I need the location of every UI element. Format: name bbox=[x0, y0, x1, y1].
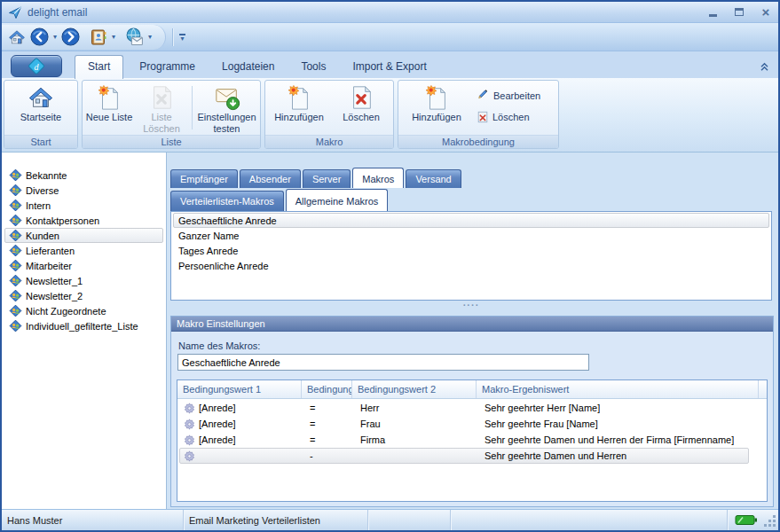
condition-operator: = bbox=[310, 403, 315, 413]
condition-operator: = bbox=[310, 419, 315, 429]
sidebar-item-diverse[interactable]: Diverse bbox=[4, 183, 163, 198]
contacts-menu-caret-icon[interactable]: ▾ bbox=[111, 33, 116, 41]
ribbon-tab-programme[interactable]: Programme bbox=[129, 56, 206, 78]
column-header[interactable]: Bedingungswert 1 bbox=[177, 380, 302, 398]
tab-empf-nger[interactable]: Empfänger bbox=[170, 169, 238, 188]
send-test-menu-caret-icon[interactable]: ▾ bbox=[147, 33, 153, 41]
liste-loeschen-button[interactable]: Liste Löschen bbox=[134, 82, 189, 134]
condition-value2: Firma bbox=[360, 434, 385, 445]
group-icon bbox=[9, 274, 22, 287]
group-icon bbox=[9, 319, 22, 332]
maximize-icon[interactable] bbox=[732, 5, 746, 19]
sidebar-item-label: Lieferanten bbox=[26, 246, 75, 256]
ribbon-tab-start[interactable]: Start bbox=[75, 55, 123, 79]
ribbon-tab-import-export[interactable]: Import & Export bbox=[342, 56, 437, 78]
application-menu-button[interactable]: d bbox=[11, 55, 62, 77]
minimize-icon[interactable] bbox=[705, 5, 720, 19]
subtab-verteilerlisten-makros[interactable]: Verteilerlisten-Makros bbox=[170, 191, 284, 211]
macro-subtab-strip: Verteilerlisten-MakrosAllgemeine Makros bbox=[170, 188, 388, 211]
column-header[interactable]: Bedingungswert 2 bbox=[352, 380, 477, 398]
sidebar-item-kontaktpersonen[interactable]: Kontaktpersonen bbox=[4, 213, 163, 228]
group-caption-makro: Makro bbox=[265, 135, 393, 148]
column-header[interactable]: Makro-Ergebniswert bbox=[477, 380, 759, 398]
battery-icon bbox=[735, 514, 758, 526]
macro-list-item-geschaeftliche-anrede[interactable]: Geschaeftliche Anrede bbox=[173, 213, 769, 228]
sidebar-item-nicht-zugeordnete[interactable]: Nicht Zugeordnete bbox=[4, 303, 163, 318]
delete-item-icon bbox=[348, 84, 374, 111]
macro-list-item-ganzer-name[interactable]: Ganzer Name bbox=[173, 228, 769, 243]
condition-result: Sehr geehrte Frau [Name] bbox=[485, 419, 598, 429]
sidebar-item-newsletter-2[interactable]: Newsletter_2 bbox=[4, 288, 163, 303]
condition-row-2[interactable]: [Anrede]=FrauSehr geehrte Frau [Name] bbox=[179, 416, 749, 432]
app-icon bbox=[8, 5, 22, 20]
sidebar-item-label: Mitarbeiter bbox=[26, 261, 72, 271]
send-test-icon[interactable] bbox=[124, 27, 145, 47]
macro-name-label: Name des Makros: bbox=[178, 340, 260, 351]
macro-list-item-persoenliche-anrede[interactable]: Persoenliche Anrede bbox=[173, 258, 769, 273]
ribbon-tab-logdateien[interactable]: Logdateien bbox=[211, 56, 285, 78]
makro-hinzufuegen-button[interactable]: Hinzufügen bbox=[267, 82, 331, 134]
macro-list-item-tages-anrede[interactable]: Tages Anrede bbox=[173, 243, 769, 258]
tab-server[interactable]: Server bbox=[303, 169, 351, 188]
toolbar-options-icon[interactable]: ▾ bbox=[177, 32, 187, 43]
close-icon[interactable]: × bbox=[759, 5, 773, 19]
condition-row-3[interactable]: [Anrede]=FirmaSehr geehrte Damen und Her… bbox=[179, 432, 749, 448]
home-icon bbox=[28, 84, 54, 111]
condition-value1: [Anrede] bbox=[199, 403, 236, 413]
sidebar-item-mitarbeiter[interactable]: Mitarbeiter bbox=[4, 258, 163, 273]
status-cell-empty bbox=[368, 510, 451, 530]
sidebar-list: BekannteDiverseInternKontaktpersonenKund… bbox=[2, 153, 167, 509]
delete-item-gray-icon bbox=[148, 84, 175, 111]
condition-row-4[interactable]: -Sehr geehrte Damen und Herren bbox=[179, 448, 749, 464]
sidebar-item-bekannte[interactable]: Bekannte bbox=[4, 168, 163, 183]
tab-makros[interactable]: Makros bbox=[352, 168, 404, 188]
ribbon-tab-tools[interactable]: Tools bbox=[290, 56, 336, 78]
sidebar-item-kunden[interactable]: Kunden bbox=[4, 228, 163, 243]
back-menu-caret-icon[interactable]: ▾ bbox=[52, 33, 58, 41]
sidebar-item-intern[interactable]: Intern bbox=[4, 198, 163, 213]
status-context: Email Marketing Verteilerlisten bbox=[184, 510, 368, 530]
toolbar-pill: ▾ ▾ ▾ bbox=[2, 25, 166, 50]
sidebar-item-newsletter-1[interactable]: Newsletter_1 bbox=[4, 273, 163, 288]
sidebar-item-label: Newsletter_2 bbox=[26, 291, 83, 301]
sidebar-item-individuell-gefilterte-liste[interactable]: Individuell_gefilterte_Liste bbox=[4, 318, 163, 333]
forward-icon[interactable] bbox=[60, 27, 81, 47]
startseite-button[interactable]: Startseite bbox=[6, 82, 75, 134]
makro-loeschen-button[interactable]: Löschen bbox=[331, 82, 391, 134]
group-icon bbox=[9, 304, 22, 317]
tab-absender[interactable]: Absender bbox=[240, 169, 301, 188]
quick-access-toolbar: ▾ ▾ ▾ ▾ bbox=[2, 23, 778, 51]
resize-grip-icon[interactable] bbox=[763, 510, 778, 530]
bedingung-loeschen-button[interactable]: Löschen bbox=[477, 111, 540, 123]
condition-value2: Frau bbox=[360, 419, 381, 429]
window-title: delight email bbox=[28, 6, 87, 19]
group-icon bbox=[9, 168, 22, 182]
splitter-handle[interactable] bbox=[170, 301, 772, 313]
panel-title: Makro Einstellungen bbox=[171, 317, 773, 332]
bedingung-hinzufuegen-button[interactable]: Hinzufügen bbox=[400, 82, 473, 134]
tab-versand[interactable]: Versand bbox=[406, 169, 461, 188]
condition-table-header: Bedingungswert 1 Bedingung Bedingungswer… bbox=[177, 380, 767, 399]
column-header[interactable]: Bedingung bbox=[302, 380, 352, 398]
macro-listbox: Geschaeftliche AnredeGanzer NameTages An… bbox=[170, 211, 772, 301]
collapse-ribbon-icon[interactable] bbox=[760, 62, 769, 72]
condition-result: Sehr geehrter Herr [Name] bbox=[485, 403, 600, 413]
bedingung-bearbeiten-button[interactable]: Bearbeiten bbox=[477, 89, 540, 102]
condition-row-1[interactable]: [Anrede]=HerrSehr geehrter Herr [Name] bbox=[179, 400, 749, 416]
neue-liste-button[interactable]: Neue Liste bbox=[84, 82, 134, 134]
gear-icon bbox=[184, 419, 195, 430]
sidebar-item-label: Intern bbox=[26, 200, 51, 211]
subtab-allgemeine-makros[interactable]: Allgemeine Makros bbox=[286, 189, 389, 211]
einstellungen-testen-button[interactable]: Einstellungen testen bbox=[195, 82, 258, 134]
ribbon: Startseite Start Neue Liste Liste Lösche… bbox=[2, 78, 778, 153]
home-icon[interactable] bbox=[7, 27, 27, 47]
ribbon-tab-strip: StartProgrammeLogdateienToolsImport & Ex… bbox=[75, 55, 443, 78]
ribbon-group-liste: Neue Liste Liste Löschen Einstellungen t… bbox=[82, 80, 261, 149]
sidebar-item-lieferanten[interactable]: Lieferanten bbox=[4, 243, 163, 258]
condition-value2: Herr bbox=[360, 403, 379, 413]
macro-name-input[interactable] bbox=[177, 354, 589, 371]
contacts-icon[interactable] bbox=[89, 27, 108, 47]
back-icon[interactable] bbox=[29, 27, 50, 47]
new-item-icon bbox=[423, 84, 450, 111]
ribbon-tab-row: d StartProgrammeLogdateienToolsImport & … bbox=[2, 51, 778, 78]
